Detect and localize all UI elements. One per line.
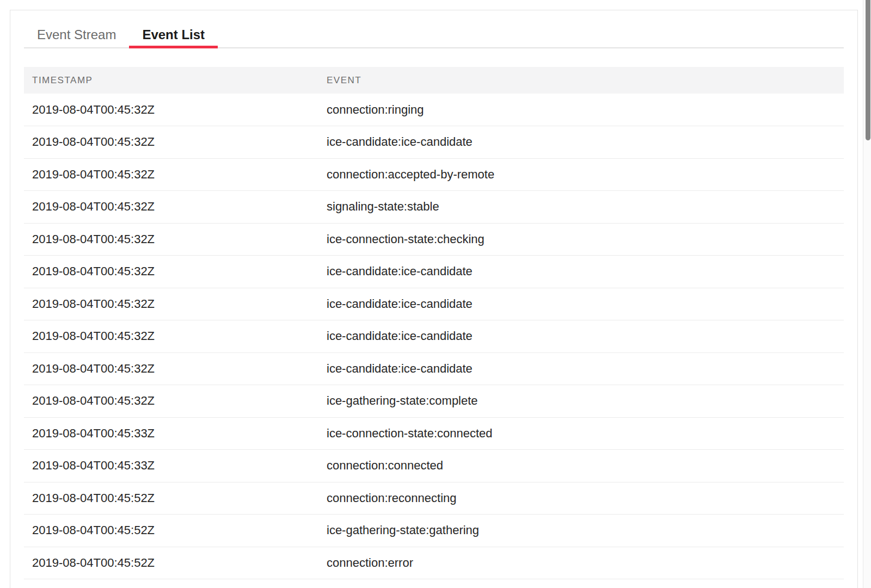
event-name: connection:error — [318, 547, 844, 579]
scrollbar-thumb[interactable] — [866, 0, 870, 140]
event-name: ice-gathering-state:complete — [318, 385, 844, 418]
event-name: ice-candidate:ice-candidate — [318, 288, 844, 320]
event-name: signaling-state:stable — [318, 191, 844, 224]
event-timestamp: 2019-08-04T00:45:32Z — [24, 158, 318, 191]
event-name: ice-gathering-state:gathering — [318, 515, 844, 547]
table-row: 2019-08-04T00:45:52Z connection:error — [24, 547, 844, 579]
table-row: 2019-08-04T00:45:52Z connection:reconnec… — [24, 482, 844, 515]
event-name: ice-candidate:ice-candidate — [318, 320, 844, 353]
event-timestamp: 2019-08-04T00:45:52Z — [24, 515, 318, 547]
tab-event-list[interactable]: Event List — [129, 22, 218, 47]
event-name: connection:ringing — [318, 94, 844, 126]
event-timestamp: 2019-08-04T00:45:32Z — [24, 288, 318, 320]
scrollbar-track[interactable] — [863, 0, 871, 588]
column-header-timestamp: TIMESTAMP — [24, 67, 318, 94]
column-header-event: EVENT — [318, 67, 844, 94]
event-timestamp: 2019-08-04T00:45:32Z — [24, 191, 318, 224]
event-timestamp: 2019-08-04T00:45:32Z — [24, 320, 318, 353]
table-row: 2019-08-04T00:45:32Z ice-gathering-state… — [24, 385, 844, 418]
event-name: connection:accepted-by-remote — [318, 158, 844, 191]
event-name: ice-connection-state:checking — [318, 223, 844, 256]
table-row: 2019-08-04T00:45:32Z ice-candidate:ice-c… — [24, 256, 844, 288]
event-timestamp: 2019-08-04T00:45:32Z — [24, 94, 318, 126]
table-row: 2019-08-04T00:45:32Z ice-connection-stat… — [24, 223, 844, 256]
event-timestamp: 2019-08-04T00:45:32Z — [24, 223, 318, 256]
event-timestamp: 2019-08-04T00:45:52Z — [24, 482, 318, 515]
table-row: 2019-08-04T00:45:32Z connection:ringing — [24, 94, 844, 126]
table-row: 2019-08-04T00:45:32Z connection:accepted… — [24, 158, 844, 191]
event-name: ice-candidate:ice-candidate — [318, 256, 844, 288]
event-timestamp: 2019-08-04T00:45:32Z — [24, 352, 318, 385]
event-timestamp: 2019-08-04T00:45:32Z — [24, 256, 318, 288]
event-name: ice-candidate:ice-candidate — [318, 352, 844, 385]
tab-bar: Event Stream Event List — [24, 22, 844, 48]
tab-event-stream-label: Event Stream — [37, 27, 116, 42]
table-row: 2019-08-04T00:45:52Z ice-gathering-state… — [24, 515, 844, 547]
event-debugger-panel: Event Stream Event List TIMESTAMP EVENT … — [10, 10, 858, 588]
table-header-row: TIMESTAMP EVENT — [24, 67, 844, 94]
table-row: 2019-08-04T00:45:33Z connection:connecte… — [24, 450, 844, 482]
event-name: connection:reconnecting — [318, 482, 844, 515]
table-row: 2019-08-04T00:45:32Z ice-candidate:ice-c… — [24, 352, 844, 385]
event-timestamp: 2019-08-04T00:45:33Z — [24, 417, 318, 450]
table-row: 2019-08-04T00:45:32Z ice-candidate:ice-c… — [24, 288, 844, 320]
event-name: connection:connected — [318, 450, 844, 482]
table-row: 2019-08-04T00:45:32Z signaling-state:sta… — [24, 191, 844, 224]
event-timestamp: 2019-08-04T00:45:52Z — [24, 547, 318, 579]
table-row: 2019-08-04T00:45:33Z ice-connection-stat… — [24, 417, 844, 450]
event-name: ice-candidate:ice-candidate — [318, 126, 844, 159]
event-timestamp: 2019-08-04T00:45:33Z — [24, 450, 318, 482]
event-name: ice-connection-state:connected — [318, 417, 844, 450]
event-timestamp: 2019-08-04T00:45:32Z — [24, 385, 318, 418]
table-row: 2019-08-04T00:45:32Z ice-candidate:ice-c… — [24, 320, 844, 353]
tab-event-list-label: Event List — [142, 27, 205, 42]
tab-event-stream[interactable]: Event Stream — [24, 22, 129, 47]
table-row: 2019-08-04T00:45:32Z ice-candidate:ice-c… — [24, 126, 844, 159]
event-table: TIMESTAMP EVENT 2019-08-04T00:45:32Z con… — [24, 67, 844, 579]
event-timestamp: 2019-08-04T00:45:32Z — [24, 126, 318, 159]
